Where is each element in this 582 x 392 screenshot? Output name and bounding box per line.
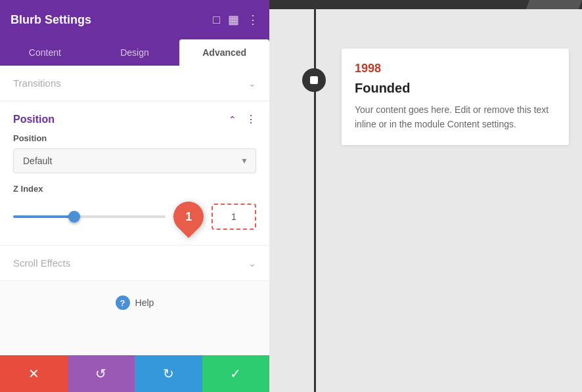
save-button[interactable]: ✓ [202,355,270,392]
timeline-dot [302,68,326,92]
preview-top-bar [269,0,582,9]
tab-content[interactable]: Content [0,39,90,66]
transitions-chevron-icon: ⌄ [248,78,256,89]
tabs-row: Content Design Advanced [0,39,269,66]
tab-design[interactable]: Design [90,39,180,66]
position-chevron-icon: ⌃ [229,114,236,125]
help-icon[interactable]: ? [116,295,130,310]
resize-icon[interactable]: □ [213,13,220,27]
header-icons: □ ▦ ⋮ [213,12,259,27]
scroll-effects-chevron-icon: ⌄ [248,258,256,269]
position-section-header[interactable]: Position ⌃ ⋮ [0,102,269,133]
position-menu-icon[interactable]: ⋮ [246,113,256,125]
z-index-input[interactable] [214,206,254,227]
bubble-tooltip: 1 [173,202,204,232]
scroll-effects-header[interactable]: Scroll Effects ⌄ [0,246,269,281]
position-select-wrapper: Default Static Relative Absolute Fixed ▼ [13,148,256,173]
position-header-right: ⌃ ⋮ [229,113,256,125]
content-body: Your content goes here. Edit or remove t… [355,102,556,132]
panel-title: Blurb Settings [11,13,91,27]
z-index-row: 1 [13,202,256,232]
position-select[interactable]: Default Static Relative Absolute Fixed [13,148,256,173]
save-icon: ✓ [230,366,241,381]
more-icon[interactable]: ⋮ [247,12,259,27]
z-index-label: Z Index [13,184,256,194]
bubble-number: 1 [185,210,192,224]
transitions-section-header[interactable]: Transitions ⌄ [0,66,269,101]
position-section: Position ⌃ ⋮ Position Default Static Rel… [0,102,269,246]
help-text[interactable]: Help [135,297,154,308]
scroll-effects-section: Scroll Effects ⌄ [0,246,269,281]
help-icon-label: ? [120,298,125,308]
position-controls: Position Default Static Relative Absolut… [0,133,269,245]
scroll-effects-title: Scroll Effects [13,257,70,269]
undo-icon: ↺ [95,366,106,381]
timeline-bar [314,9,316,392]
position-section-title: Position [13,114,55,125]
cancel-button[interactable]: ✕ [0,355,68,392]
columns-icon[interactable]: ▦ [228,12,239,27]
redo-icon: ↻ [163,366,174,381]
help-row: ? Help [0,282,269,323]
tab-advanced[interactable]: Advanced [179,39,269,66]
position-field-label: Position [13,133,256,143]
content-card: 1998 Founded Your content goes here. Edi… [342,49,569,145]
z-index-slider[interactable] [13,210,166,223]
cancel-icon: ✕ [28,366,39,381]
panel-header: Blurb Settings □ ▦ ⋮ [0,0,269,39]
slider-thumb[interactable] [68,211,80,223]
panel-body: Transitions ⌄ Position ⌃ ⋮ Position Defa… [0,66,269,355]
redo-button[interactable]: ↻ [135,355,202,392]
slider-fill [13,215,74,218]
preview-panel: 1998 Founded Your content goes here. Edi… [269,0,582,392]
slider-track [13,215,166,218]
year-text: 1998 [355,62,556,76]
preview-content: 1998 Founded Your content goes here. Edi… [269,9,582,392]
founded-title: Founded [355,81,556,96]
transitions-title: Transitions [13,77,61,89]
bottom-toolbar: ✕ ↺ ↻ ✓ [0,355,269,392]
timeline-dot-inner [310,76,318,84]
undo-button[interactable]: ↺ [68,355,135,392]
z-index-input-wrapper [212,204,256,230]
settings-panel: Blurb Settings □ ▦ ⋮ Content Design Adva… [0,0,269,392]
transitions-section: Transitions ⌄ [0,66,269,101]
value-bubble: 1 [167,195,210,238]
